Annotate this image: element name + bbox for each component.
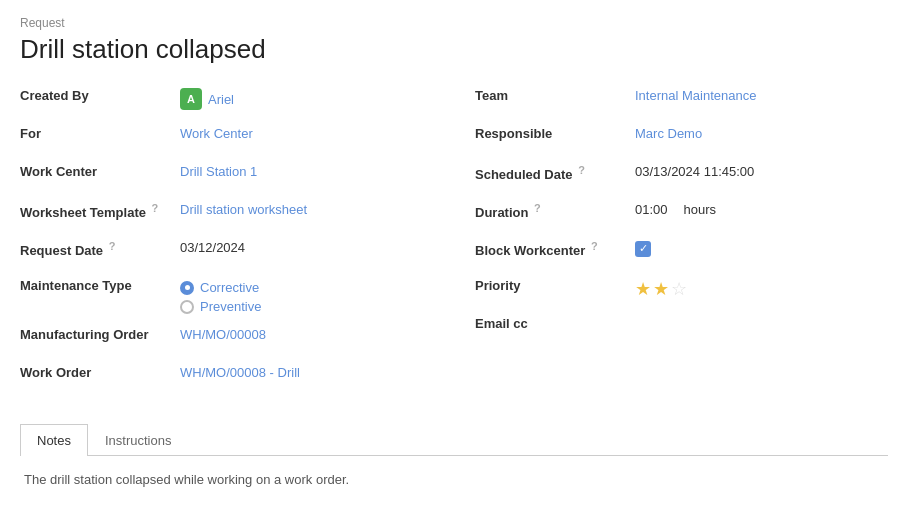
avatar-chip: A Ariel [180, 88, 234, 110]
tab-notes[interactable]: Notes [20, 424, 88, 456]
duration-label: Duration ? [475, 199, 635, 220]
work-center-row: Work Center Drill Station 1 [20, 161, 434, 189]
page-title: Drill station collapsed [20, 34, 888, 65]
work-order-row: Work Order WH/MO/00008 - Drill [20, 362, 434, 390]
created-by-value: A Ariel [180, 85, 434, 110]
responsible-label: Responsible [475, 123, 635, 141]
worksheet-template-label: Worksheet Template ? [20, 199, 180, 220]
preventive-radio-icon [180, 300, 194, 314]
priority-row: Priority ★ ★ ☆ [475, 275, 868, 303]
star-1[interactable]: ★ [635, 278, 651, 300]
block-workcenter-row: Block Workcenter ? ✓ [475, 237, 868, 265]
created-by-name[interactable]: Ariel [208, 92, 234, 107]
breadcrumb: Request [20, 16, 888, 30]
email-cc-value[interactable] [635, 313, 868, 316]
avatar: A [180, 88, 202, 110]
maintenance-radio-group: Corrective Preventive [180, 278, 261, 314]
duration-value-group: 01:00 hours [635, 199, 868, 217]
for-label: For [20, 123, 180, 141]
form-left: Created By A Ariel For Work Center Work … [20, 85, 454, 400]
scheduled-date-help-icon: ? [578, 164, 585, 176]
page: Request Drill station collapsed Created … [0, 0, 908, 519]
team-row: Team Internal Maintenance [475, 85, 868, 113]
scheduled-date-row: Scheduled Date ? 03/13/2024 11:45:00 [475, 161, 868, 189]
work-order-value[interactable]: WH/MO/00008 - Drill [180, 362, 434, 380]
block-workcenter-help-icon: ? [591, 240, 598, 252]
team-label: Team [475, 85, 635, 103]
request-date-row: Request Date ? 03/12/2024 [20, 237, 434, 265]
for-value[interactable]: Work Center [180, 123, 434, 141]
scheduled-date-value[interactable]: 03/13/2024 11:45:00 [635, 161, 868, 179]
star-3[interactable]: ☆ [671, 278, 687, 300]
duration-value[interactable]: 01:00 [635, 202, 668, 217]
duration-help-icon: ? [534, 202, 541, 214]
tab-content-notes: The drill station collapsed while workin… [20, 456, 888, 503]
email-cc-row: Email cc [475, 313, 868, 341]
corrective-label: Corrective [200, 280, 259, 295]
tab-instructions[interactable]: Instructions [88, 424, 188, 456]
preventive-label: Preventive [200, 299, 261, 314]
priority-label: Priority [475, 275, 635, 293]
email-cc-label: Email cc [475, 313, 635, 331]
responsible-row: Responsible Marc Demo [475, 123, 868, 151]
responsible-value[interactable]: Marc Demo [635, 123, 868, 141]
form-right: Team Internal Maintenance Responsible Ma… [454, 85, 888, 400]
stars-group: ★ ★ ☆ [635, 278, 868, 300]
work-center-label: Work Center [20, 161, 180, 179]
block-workcenter-label: Block Workcenter ? [475, 237, 635, 258]
manufacturing-order-row: Manufacturing Order WH/MO/00008 [20, 324, 434, 352]
request-date-help-icon: ? [109, 240, 116, 252]
request-date-label: Request Date ? [20, 237, 180, 258]
for-row: For Work Center [20, 123, 434, 151]
preventive-option[interactable]: Preventive [180, 299, 261, 314]
form-grid: Created By A Ariel For Work Center Work … [20, 85, 888, 400]
corrective-option[interactable]: Corrective [180, 280, 261, 295]
manufacturing-order-value[interactable]: WH/MO/00008 [180, 324, 434, 342]
maintenance-type-row: Maintenance Type Corrective Preventive [20, 275, 434, 314]
created-by-row: Created By A Ariel [20, 85, 434, 113]
star-2[interactable]: ★ [653, 278, 669, 300]
request-date-value[interactable]: 03/12/2024 [180, 237, 434, 255]
worksheet-help-icon: ? [152, 202, 159, 214]
maintenance-type-label: Maintenance Type [20, 275, 180, 293]
tabs: Notes Instructions [20, 424, 888, 456]
manufacturing-order-label: Manufacturing Order [20, 324, 180, 342]
work-center-value[interactable]: Drill Station 1 [180, 161, 434, 179]
block-workcenter-value: ✓ [635, 237, 868, 257]
team-value[interactable]: Internal Maintenance [635, 85, 868, 103]
scheduled-date-label: Scheduled Date ? [475, 161, 635, 182]
notes-text: The drill station collapsed while workin… [24, 472, 349, 487]
block-workcenter-checkbox[interactable]: ✓ [635, 241, 651, 257]
worksheet-template-row: Worksheet Template ? Drill station works… [20, 199, 434, 227]
created-by-label: Created By [20, 85, 180, 103]
corrective-radio-icon [180, 281, 194, 295]
duration-unit: hours [684, 202, 717, 217]
worksheet-template-value[interactable]: Drill station worksheet [180, 199, 434, 217]
priority-stars: ★ ★ ☆ [635, 275, 868, 300]
work-order-label: Work Order [20, 362, 180, 380]
duration-row: Duration ? 01:00 hours [475, 199, 868, 227]
maintenance-type-value: Corrective Preventive [180, 275, 434, 314]
